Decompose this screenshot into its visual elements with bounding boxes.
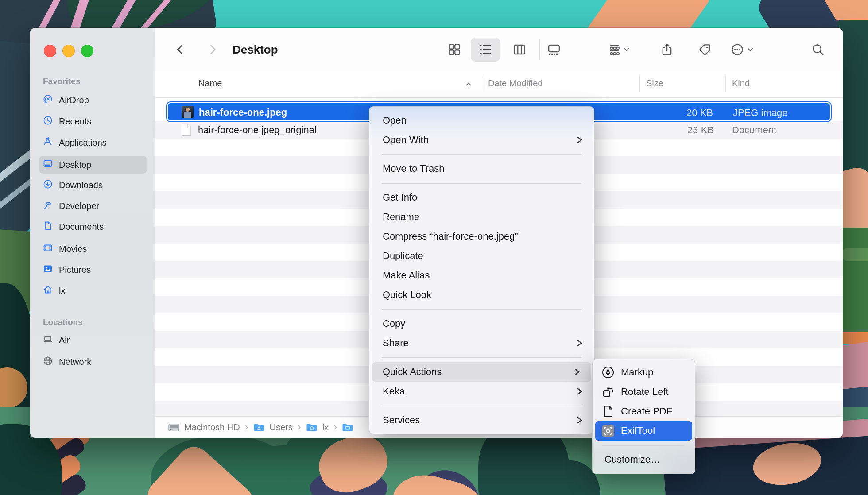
- sidebar: Favorites AirDrop Recents Applications D…: [30, 28, 155, 438]
- share-button[interactable]: [657, 37, 677, 62]
- menu-item-make-alias[interactable]: Make Alias: [369, 266, 594, 285]
- hammer-icon: [43, 200, 53, 213]
- column-header-kind[interactable]: Kind: [732, 78, 750, 89]
- menu-item-compress[interactable]: Compress “hair-force-one.jpeg”: [369, 227, 594, 246]
- menu-item-open-with[interactable]: Open With: [369, 130, 594, 150]
- hard-drive-icon: [168, 423, 179, 432]
- submenu-item-customize[interactable]: Customize…: [593, 450, 695, 469]
- close-button[interactable]: [44, 45, 56, 57]
- submenu-item-rotate-left[interactable]: Rotate Left: [593, 382, 695, 402]
- list-view-button[interactable]: [475, 37, 496, 62]
- zoom-button[interactable]: [81, 45, 93, 57]
- column-divider[interactable]: [725, 76, 726, 92]
- column-divider[interactable]: [639, 76, 640, 92]
- submenu-chevron-icon: [576, 339, 583, 348]
- sidebar-item-pictures[interactable]: Pictures: [39, 261, 147, 278]
- back-button[interactable]: [170, 37, 190, 62]
- submenu-item-exiftool[interactable]: ExifTool: [595, 421, 692, 441]
- sidebar-item-label: Movies: [59, 244, 87, 254]
- sidebar-item-label: Recents: [59, 116, 91, 127]
- submenu-item-create-pdf[interactable]: Create PDF: [593, 402, 695, 421]
- exiftool-icon: [601, 424, 615, 437]
- document-file-icon: [181, 123, 192, 138]
- sidebar-item-developer[interactable]: Developer: [39, 197, 147, 215]
- sidebar-item-airdrop[interactable]: AirDrop: [39, 91, 147, 109]
- list-header: Name Date Modified Size Kind: [155, 71, 843, 98]
- folder-desktop-icon: [342, 423, 353, 432]
- submenu-item-markup[interactable]: Markup: [593, 363, 695, 382]
- jpeg-thumbnail: [182, 106, 194, 118]
- gallery-view-button[interactable]: [544, 37, 564, 62]
- menu-item-open[interactable]: Open: [369, 111, 594, 130]
- sidebar-item-air[interactable]: Air: [39, 331, 147, 349]
- file-kind: JPEG image: [733, 107, 788, 119]
- desktop-icon: [43, 159, 53, 171]
- path-item-lx[interactable]: lx: [322, 422, 329, 433]
- sidebar-item-label: Pictures: [59, 265, 91, 275]
- submenu-chevron-icon: [576, 387, 583, 396]
- document-icon: [43, 220, 53, 233]
- icon-view-button[interactable]: [444, 37, 465, 62]
- path-chevron-icon: ›: [245, 422, 248, 432]
- path-item-macintosh-hd[interactable]: Macintosh HD: [184, 422, 240, 433]
- minimize-button[interactable]: [62, 45, 75, 57]
- menu-item-services[interactable]: Services: [369, 410, 594, 430]
- menu-item-duplicate[interactable]: Duplicate: [369, 246, 594, 266]
- more-actions-button[interactable]: [731, 37, 754, 62]
- sidebar-item-label: Developer: [59, 201, 99, 211]
- column-view-button[interactable]: [509, 37, 530, 62]
- sort-ascending-icon: [465, 81, 472, 88]
- window-title: Desktop: [232, 43, 278, 57]
- rotate-left-icon: [601, 385, 615, 398]
- sidebar-item-desktop[interactable]: Desktop: [39, 156, 147, 174]
- sidebar-item-label: Network: [59, 357, 91, 367]
- sidebar-item-label: Documents: [59, 222, 104, 232]
- menu-item-rename[interactable]: Rename: [369, 207, 594, 227]
- column-header-size[interactable]: Size: [646, 78, 663, 89]
- menu-item-move-to-trash[interactable]: Move to Trash: [369, 159, 594, 178]
- photo-icon: [43, 263, 53, 276]
- menu-item-quick-look[interactable]: Quick Look: [369, 285, 594, 305]
- tag-button[interactable]: [695, 37, 715, 62]
- submenu-chevron-icon: [574, 367, 581, 376]
- group-by-button[interactable]: [608, 37, 630, 62]
- sidebar-item-home[interactable]: lx: [39, 282, 147, 299]
- sidebar-item-network[interactable]: Network: [39, 353, 147, 371]
- file-size: 20 KB: [686, 107, 713, 119]
- sidebar-item-documents[interactable]: Documents: [39, 218, 147, 236]
- home-icon: [43, 284, 53, 297]
- folder-users-icon: [253, 423, 265, 432]
- sidebar-item-label: Desktop: [59, 160, 91, 170]
- locations-section-label: Locations: [43, 317, 83, 327]
- menu-item-share[interactable]: Share: [369, 333, 594, 353]
- sidebar-item-movies[interactable]: Movies: [39, 240, 147, 258]
- submenu-chevron-icon: [576, 416, 583, 425]
- menu-item-copy[interactable]: Copy: [369, 314, 594, 333]
- chevron-down-icon: [624, 46, 630, 53]
- sidebar-item-label: Air: [59, 335, 70, 345]
- sidebar-item-downloads[interactable]: Downloads: [39, 176, 147, 194]
- menu-item-keka[interactable]: Keka: [369, 382, 594, 401]
- sidebar-item-applications[interactable]: Applications: [39, 134, 147, 151]
- sidebar-item-label: Applications: [59, 138, 107, 148]
- path-item-users[interactable]: Users: [270, 422, 293, 433]
- toolbar-divider: [539, 39, 540, 60]
- menu-item-get-info[interactable]: Get Info: [369, 188, 594, 207]
- quick-actions-submenu: Markup Rotate Left Create PDF ExifTool C…: [592, 359, 695, 474]
- menu-separator: [382, 406, 581, 406]
- forward-button[interactable]: [203, 37, 222, 62]
- column-header-name[interactable]: Name: [198, 78, 222, 89]
- sidebar-item-label: Downloads: [59, 180, 103, 190]
- sidebar-item-recents[interactable]: Recents: [39, 112, 147, 130]
- menu-item-quick-actions[interactable]: Quick Actions: [372, 362, 591, 382]
- column-header-date-modified[interactable]: Date Modified: [488, 78, 542, 89]
- submenu-separator: [602, 445, 684, 446]
- column-divider[interactable]: [482, 76, 482, 92]
- menu-separator: [382, 154, 581, 155]
- clock-icon: [43, 115, 53, 128]
- chevron-down-icon: [747, 46, 754, 53]
- path-chevron-icon: ›: [333, 422, 337, 432]
- applications-icon: [43, 136, 53, 149]
- search-button[interactable]: [808, 37, 828, 62]
- path-chevron-icon: ›: [298, 422, 301, 432]
